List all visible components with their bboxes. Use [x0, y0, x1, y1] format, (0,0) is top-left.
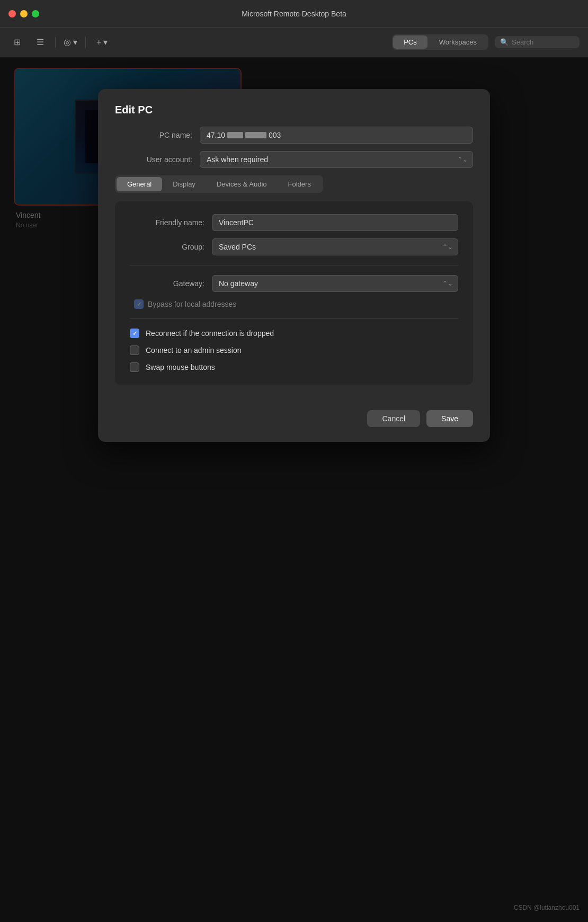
tab-display[interactable]: Display	[162, 177, 206, 191]
pc-name-suffix: 003	[269, 131, 281, 139]
modal-body: PC name: 47.10 003 User account: Ask whe…	[98, 127, 490, 400]
bypass-label: Bypass for local addresses	[148, 300, 236, 308]
bypass-checkbox[interactable]	[134, 299, 144, 309]
friendly-name-label: Friendly name:	[130, 218, 212, 227]
plus-icon: +	[96, 38, 101, 47]
tab-general[interactable]: General	[117, 177, 162, 191]
list-view-button[interactable]: ☰	[32, 35, 49, 50]
friendly-name-row: Friendly name:	[130, 214, 458, 231]
reconnect-checkbox[interactable]	[130, 329, 139, 338]
gateway-select-wrapper: No gateway ⌃⌄	[212, 275, 458, 292]
tab-folders[interactable]: Folders	[278, 177, 322, 191]
traffic-lights	[8, 10, 39, 17]
circle-icon: ◎ ▾	[64, 37, 77, 47]
modal-footer: Cancel Save	[98, 400, 490, 442]
search-input[interactable]	[512, 38, 570, 46]
main-tab-group: PCs Workspaces	[392, 34, 488, 50]
modal-header: Edit PC	[98, 89, 490, 127]
pc-name-label-text: PC name:	[115, 131, 200, 139]
modal-overlay: Edit PC PC name: 47.10 003 User account	[0, 57, 588, 922]
user-account-select-wrapper: Ask when required ⌃⌄	[200, 151, 473, 168]
reconnect-row: Reconnect if the connection is dropped	[130, 329, 458, 338]
user-account-select[interactable]: Ask when required	[200, 151, 473, 168]
list-icon: ☰	[37, 37, 44, 47]
bypass-row: Bypass for local addresses	[130, 299, 458, 309]
divider-1	[130, 265, 458, 265]
pc-name-prefix: 47.10	[207, 131, 225, 139]
toolbar: ⊞ ☰ ◎ ▾ + ▾ PCs Workspaces 🔍	[0, 28, 588, 57]
admin-session-checkbox[interactable]	[130, 345, 139, 355]
group-label: Group:	[130, 243, 212, 251]
user-account-row: User account: Ask when required ⌃⌄	[115, 151, 473, 168]
titlebar: Microsoft Remote Desktop Beta	[0, 0, 588, 28]
close-button[interactable]	[8, 10, 16, 17]
general-panel: Friendly name: Group: Saved PCs ⌃⌄	[115, 201, 473, 385]
watermark: CSDN @lutianzhou001	[514, 904, 580, 911]
pc-name-field[interactable]: 47.10 003	[200, 127, 473, 144]
gateway-row: Gateway: No gateway ⌃⌄	[130, 275, 458, 292]
add-button[interactable]: + ▾	[92, 35, 112, 49]
admin-session-row: Connect to an admin session	[130, 345, 458, 355]
admin-session-label: Connect to an admin session	[146, 346, 242, 354]
gateway-select[interactable]: No gateway	[212, 275, 458, 292]
toolbar-divider-1	[55, 37, 56, 48]
maximize-button[interactable]	[32, 10, 39, 17]
search-box: 🔍	[495, 36, 580, 48]
grid-icon: ⊞	[14, 37, 21, 47]
reconnect-label: Reconnect if the connection is dropped	[146, 329, 274, 338]
edit-pc-modal: Edit PC PC name: 47.10 003 User account	[98, 89, 490, 442]
group-select-wrapper: Saved PCs ⌃⌄	[212, 238, 458, 255]
edit-pc-tabs: General Display Devices & Audio Folders	[115, 175, 323, 193]
tab-devices-audio[interactable]: Devices & Audio	[206, 177, 278, 191]
group-row: Group: Saved PCs ⌃⌄	[130, 238, 458, 255]
divider-2	[130, 318, 458, 319]
user-account-label-text: User account:	[115, 155, 200, 164]
redact-block-2	[245, 132, 266, 138]
modal-title: Edit PC	[115, 104, 153, 116]
search-icon: 🔍	[500, 38, 509, 46]
cancel-button[interactable]: Cancel	[367, 410, 420, 427]
grid-view-button[interactable]: ⊞	[8, 35, 25, 50]
toolbar-divider-2	[85, 37, 86, 48]
gateway-label: Gateway:	[130, 279, 212, 288]
save-button[interactable]: Save	[426, 410, 473, 427]
circle-menu-button[interactable]: ◎ ▾	[62, 35, 79, 50]
group-select[interactable]: Saved PCs	[212, 238, 458, 255]
redact-block-1	[227, 132, 243, 138]
pcs-tab[interactable]: PCs	[393, 36, 427, 49]
friendly-name-input[interactable]	[212, 214, 458, 231]
swap-mouse-label: Swap mouse buttons	[146, 363, 215, 371]
minimize-button[interactable]	[20, 10, 28, 17]
swap-mouse-checkbox[interactable]	[130, 362, 139, 372]
pc-name-row: PC name: 47.10 003	[115, 127, 473, 144]
swap-mouse-row: Swap mouse buttons	[130, 362, 458, 372]
main-area: Vincent No user Edit PC PC name: 47.10 0…	[0, 57, 588, 922]
app-title: Microsoft Remote Desktop Beta	[242, 10, 346, 18]
workspaces-tab[interactable]: Workspaces	[429, 36, 487, 49]
add-chevron-icon: ▾	[103, 37, 108, 47]
